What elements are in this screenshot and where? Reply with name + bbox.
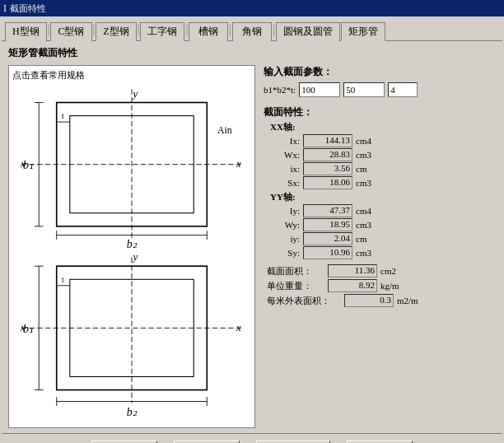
sy-unit: cm3 (356, 248, 371, 258)
diagram-area: 点击查看常用规格 b₂ (8, 65, 255, 428)
svg-text:b₂: b₂ (127, 406, 138, 418)
input-b2[interactable] (343, 82, 385, 97)
prop-wx: Wx: 28.83 cm3 (264, 148, 496, 161)
weight-unit: kg/m (380, 281, 399, 291)
svg-text:b₂: b₂ (127, 238, 138, 250)
tab-z[interactable]: Z型钢 (96, 22, 136, 41)
tab-sep-6: | (273, 18, 275, 40)
wy-name: Wy: (277, 220, 300, 230)
surface-unit: m2/m (397, 296, 418, 305)
properties-area: 输入截面参数： b1*b2*t: 截面特性： XX轴: Ix: (264, 65, 496, 428)
input-section-title: 输入截面参数： (264, 65, 496, 79)
iy-name: Iy: (277, 206, 300, 216)
iy2-name: iy: (277, 234, 300, 244)
input-section: 输入截面参数： b1*b2*t: (264, 65, 496, 97)
summary-area: 截面面积： 11.36 cm2 (264, 264, 496, 277)
tab-i[interactable]: 工字钢 (140, 22, 184, 41)
ix2-name: ix: (277, 164, 300, 174)
prop-sx: Sx: 18.06 cm3 (264, 176, 496, 189)
area-name: 截面面积： (267, 265, 324, 277)
svg-text:Ain: Ain (217, 124, 232, 136)
wx-unit: cm3 (356, 150, 371, 160)
svg-text:x: x (20, 322, 26, 333)
sx-value: 18.06 (303, 176, 352, 189)
main-panel: 点击查看常用规格 b₂ (8, 65, 496, 428)
tab-sep-2: | (93, 18, 96, 40)
iy2-unit: cm (356, 234, 366, 244)
tab-sep-3: | (138, 18, 140, 40)
props-section: 截面特性： XX轴: Ix: 144.13 cm4 Wx: 28.83 cm3 (264, 105, 496, 309)
input-row: b1*b2*t: (264, 82, 496, 97)
ix-unit: cm4 (356, 136, 371, 146)
prop-iy: Iy: 47.37 cm4 (264, 204, 496, 217)
tab-h[interactable]: H型钢 (5, 22, 47, 41)
section-title: 矩形管截面特性 (8, 46, 496, 60)
param-label: b1*b2*t: (264, 85, 296, 95)
ix-name: Ix: (277, 136, 300, 146)
tab-u[interactable]: 槽钢 (189, 22, 228, 41)
iy-unit: cm4 (356, 206, 371, 216)
svg-text:t: t (62, 111, 64, 120)
sx-name: Sx: (277, 178, 300, 188)
title-bar: I 截面特性 (0, 0, 504, 16)
diagram-label[interactable]: 点击查看常用规格 (12, 69, 251, 82)
surface-value: 0.3 (344, 294, 394, 307)
svg-text:y: y (131, 251, 138, 263)
tab-bar: H型钢 | C型钢 | Z型钢 | 工字钢 | 槽钢 | 角钢 | 圆钢及圆管 … (2, 18, 502, 41)
yy-axis-label: YY轴: (270, 191, 496, 203)
tab-sep-5: | (229, 18, 231, 40)
weight-name: 单位重量： (267, 280, 324, 292)
surface-name: 每米外表面积： (267, 295, 341, 307)
ix2-unit: cm (356, 164, 366, 174)
summary-weight: 单位重量： 8.92 kg/m (264, 279, 496, 292)
area-unit: cm2 (380, 266, 396, 276)
title-text: 截面特性 (10, 2, 501, 15)
props-title: 截面特性： (264, 105, 496, 119)
sx-unit: cm3 (356, 178, 371, 188)
prop-sy: Sy: 10.96 cm3 (264, 246, 496, 259)
content-area: 矩形管截面特性 点击查看常用规格 (2, 41, 502, 433)
svg-text:t: t (62, 275, 64, 284)
svg-text:y: y (131, 88, 138, 100)
tab-sep-1: | (48, 18, 50, 40)
summary-section: 截面面积： 11.36 cm2 单位重量： 8.92 kg/m 每米外表面积： … (264, 264, 496, 307)
wy-value: 18.95 (303, 218, 352, 231)
xx-axis-label: XX轴: (270, 121, 496, 133)
prop-ix: Ix: 144.13 cm4 (264, 134, 496, 147)
button-bar: 计算C 刷新N 界面打印E 退出E (2, 433, 502, 443)
tab-rect[interactable]: 矩形管 (341, 22, 385, 41)
app-icon: I (3, 2, 7, 15)
diagram-svg: b₂ b₁ x x y t (12, 85, 251, 421)
area-value: 11.36 (328, 264, 377, 277)
svg-text:x: x (20, 158, 26, 170)
weight-value: 8.92 (328, 279, 377, 292)
sy-name: Sy: (277, 248, 300, 258)
svg-text:x: x (236, 158, 241, 170)
tab-c[interactable]: C型钢 (50, 22, 91, 41)
wx-name: Wx: (277, 150, 300, 160)
summary-surface: 每米外表面积： 0.3 m2/m (264, 294, 496, 307)
ix2-value: 3.56 (303, 162, 352, 175)
iy-value: 47.37 (303, 204, 352, 217)
input-b1[interactable] (299, 82, 340, 97)
tab-l[interactable]: 角钢 (232, 22, 272, 41)
prop-ix2: ix: 3.56 cm (264, 162, 496, 175)
ix-value: 144.13 (303, 134, 352, 147)
tab-r[interactable]: 圆钢及圆管 (276, 22, 340, 41)
svg-text:x: x (236, 322, 241, 333)
iy2-value: 2.04 (303, 232, 352, 245)
prop-iy2: iy: 2.04 cm (264, 232, 496, 245)
sy-value: 10.96 (303, 246, 352, 259)
wy-unit: cm3 (356, 220, 371, 230)
tab-sep-4: | (185, 18, 188, 40)
input-t[interactable] (388, 82, 418, 97)
main-container: H型钢 | C型钢 | Z型钢 | 工字钢 | 槽钢 | 角钢 | 圆钢及圆管 … (0, 16, 504, 443)
prop-wy: Wy: 18.95 cm3 (264, 218, 496, 231)
wx-value: 28.83 (303, 148, 352, 161)
